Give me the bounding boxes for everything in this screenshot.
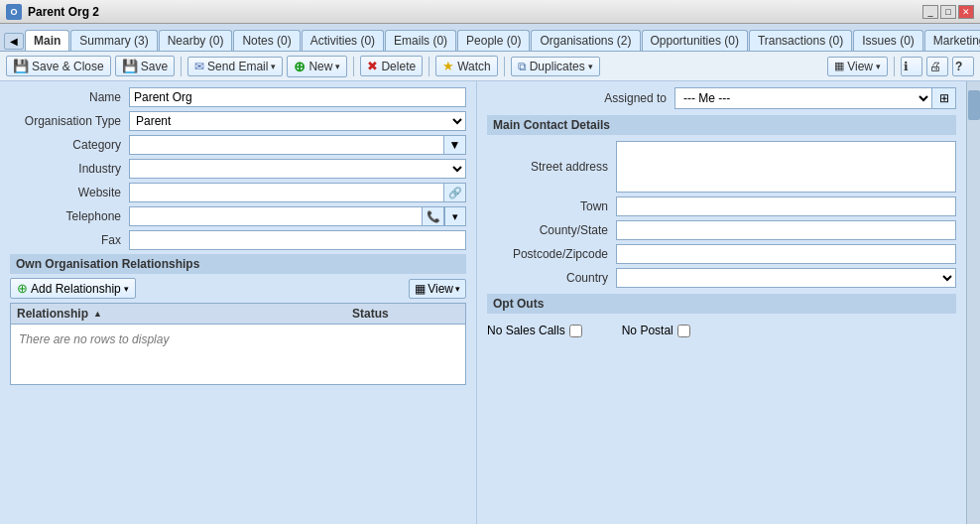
fax-row: Fax	[10, 230, 466, 250]
name-input[interactable]	[129, 87, 466, 107]
no-postal-label: No Postal	[622, 324, 674, 337]
add-rel-icon: ⊕	[17, 281, 28, 296]
watch-button[interactable]: ★ Watch	[435, 56, 498, 76]
org-type-row: Organisation Type Parent	[10, 111, 466, 131]
assigned-to-picker-button[interactable]: ⊞	[932, 87, 956, 109]
assigned-to-label: Assigned to	[604, 91, 674, 105]
street-label: Street address	[487, 160, 616, 174]
new-button[interactable]: ⊕ New ▾	[287, 56, 347, 77]
industry-select[interactable]	[129, 159, 466, 179]
opt-outs-row: No Sales Calls No Postal	[487, 320, 956, 341]
toolbar-right: ▦ View ▾ ℹ 🖨 ?	[827, 57, 974, 76]
tab-bar: ◀ Main Summary (3) Nearby (0) Notes (0) …	[0, 24, 980, 52]
add-rel-dropdown: ▾	[124, 284, 129, 294]
website-input[interactable]	[129, 183, 444, 202]
website-go-button[interactable]: 🔗	[444, 183, 466, 202]
duplicates-button[interactable]: ⧉ Duplicates ▾	[511, 57, 600, 76]
save-close-label: Save & Close	[32, 60, 104, 73]
category-label: Category	[10, 138, 129, 152]
add-relationship-button[interactable]: ⊕ Add Relationship ▾	[10, 278, 136, 299]
website-row: Website 🔗	[10, 183, 466, 202]
new-dropdown-arrow: ▾	[335, 62, 340, 71]
fax-label: Fax	[10, 233, 129, 247]
postcode-row: Postcode/Zipcode	[487, 244, 956, 264]
postcode-label: Postcode/Zipcode	[487, 247, 616, 261]
rel-view-label: View	[428, 282, 453, 296]
tab-summary[interactable]: Summary (3)	[70, 30, 157, 51]
no-postal-group: No Postal	[622, 324, 690, 337]
duplicates-dropdown-arrow: ▾	[588, 62, 593, 71]
telephone-dropdown-button[interactable]: ▾	[444, 206, 466, 226]
tab-marketing[interactable]: Marketing ▶	[924, 30, 980, 51]
county-input[interactable]	[616, 220, 956, 240]
separator-1	[181, 57, 182, 76]
rel-view-icon: ▦	[415, 282, 426, 296]
tab-issues[interactable]: Issues (0)	[853, 30, 923, 51]
town-input[interactable]	[616, 196, 956, 216]
rel-col-relationship[interactable]: Relationship ▲	[11, 304, 346, 324]
tab-organisations[interactable]: Organisations (2)	[531, 30, 640, 51]
watch-label: Watch	[457, 60, 491, 73]
scrollbar[interactable]	[966, 81, 980, 524]
help-button[interactable]: ?	[952, 57, 974, 76]
new-label: New	[308, 60, 332, 73]
rel-view-dropdown: ▾	[455, 284, 460, 294]
save-label: Save	[141, 60, 168, 73]
assigned-to-row: Assigned to --- Me --- ⊞	[487, 87, 956, 109]
category-select-button[interactable]: ▼	[444, 135, 466, 155]
scrollbar-thumb[interactable]	[968, 90, 980, 120]
restore-button[interactable]: □	[940, 5, 956, 19]
separator-5	[894, 57, 895, 76]
view-button[interactable]: ▦ View ▾	[827, 57, 888, 76]
fax-input[interactable]	[129, 230, 466, 250]
save-button[interactable]: 💾 Save	[115, 56, 175, 76]
street-input[interactable]	[616, 141, 956, 193]
country-select[interactable]	[616, 268, 956, 288]
website-label: Website	[10, 186, 129, 199]
no-sales-calls-checkbox[interactable]	[569, 325, 582, 337]
assigned-input-wrap: --- Me --- ⊞	[674, 87, 956, 109]
left-panel: Name Organisation Type Parent Category ▼…	[0, 81, 476, 524]
app-icon: O	[6, 4, 22, 20]
save-close-button[interactable]: 💾 Save & Close	[6, 56, 111, 76]
delete-button[interactable]: ✖ Delete	[360, 56, 423, 76]
info-button[interactable]: ℹ	[901, 57, 922, 76]
send-email-label: Send Email	[207, 60, 268, 73]
duplicates-icon: ⧉	[518, 60, 527, 73]
telephone-input-wrap: 📞 ▾	[129, 206, 466, 226]
tab-opportunities[interactable]: Opportunities (0)	[642, 30, 748, 51]
telephone-input[interactable]	[129, 206, 423, 226]
print-button[interactable]: 🖨	[926, 57, 948, 76]
tab-main[interactable]: Main	[25, 30, 69, 51]
telephone-action-button[interactable]: 📞	[423, 206, 444, 226]
town-label: Town	[487, 199, 616, 213]
tab-nearby[interactable]: Nearby (0)	[159, 30, 233, 51]
title-bar: O Parent Org 2 _ □ ✕	[0, 0, 980, 24]
opt-outs-header: Opt Outs	[487, 294, 956, 314]
email-icon: ✉	[194, 60, 204, 73]
postcode-input[interactable]	[616, 244, 956, 264]
close-button[interactable]: ✕	[958, 5, 974, 19]
separator-3	[429, 57, 429, 76]
assigned-to-select[interactable]: --- Me ---	[674, 87, 932, 109]
send-email-button[interactable]: ✉ Send Email ▾	[187, 57, 283, 76]
minimize-button[interactable]: _	[922, 5, 938, 19]
rel-view-button[interactable]: ▦ View ▾	[409, 279, 466, 299]
no-postal-checkbox[interactable]	[677, 325, 690, 337]
tab-activities[interactable]: Activities (0)	[302, 30, 384, 51]
town-row: Town	[487, 196, 956, 216]
no-sales-calls-group: No Sales Calls	[487, 324, 582, 337]
website-input-wrap: 🔗	[129, 183, 466, 202]
category-input[interactable]	[129, 135, 444, 155]
tab-people[interactable]: People (0)	[457, 30, 530, 51]
save-icon: 💾	[122, 59, 138, 73]
no-sales-calls-label: No Sales Calls	[487, 324, 565, 337]
tab-nav-back[interactable]: ◀	[4, 33, 24, 50]
tab-notes[interactable]: Notes (0)	[233, 30, 300, 51]
telephone-row: Telephone 📞 ▾	[10, 206, 466, 226]
tab-transactions[interactable]: Transactions (0)	[749, 30, 852, 51]
org-type-select[interactable]: Parent	[129, 111, 466, 131]
sort-icon: ▲	[93, 309, 102, 319]
industry-label: Industry	[10, 162, 129, 176]
tab-emails[interactable]: Emails (0)	[385, 30, 456, 51]
